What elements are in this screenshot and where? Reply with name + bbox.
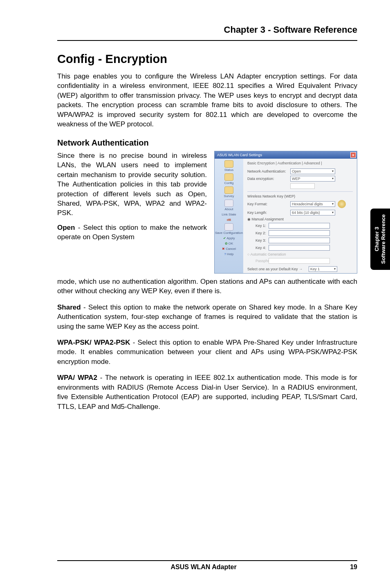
tab-row[interactable]: Basic Encryption | Authentication | Adva… — [247, 161, 353, 165]
thumb-line1: Chapter 3 — [374, 214, 380, 264]
window-title: ASUS WLAN Card Settings — [217, 153, 262, 157]
chevron-down-icon: ▾ — [332, 211, 334, 214]
sidebar-item-survey[interactable]: Survey — [215, 186, 243, 198]
footer-center: ASUS WLAN Adapter — [171, 563, 237, 571]
sidebar-item-config[interactable]: Config — [215, 173, 243, 185]
defaultkey-select[interactable]: Key 1▾ — [309, 266, 337, 272]
passphrase-input — [269, 258, 330, 264]
wpa-text: - The network is operating in IEEE 802.1… — [57, 374, 357, 410]
wpa-lead: WPA/ WPA2 — [57, 374, 97, 382]
thumb-tab: Chapter 3 Software Reference — [370, 209, 390, 270]
key3-input[interactable] — [269, 238, 330, 243]
page-number: 19 — [350, 563, 357, 571]
window-titlebar: ASUS WLAN Card Settings × — [215, 151, 357, 159]
key2-label: Key 2: — [247, 231, 269, 235]
section-title: Config - Encryption — [57, 52, 357, 66]
key4-label: Key 4: — [247, 246, 269, 250]
chevron-down-icon: ▾ — [332, 177, 334, 180]
intro-paragraph: This page enables you to configure the W… — [57, 72, 357, 129]
sidebar-item-saveconfig[interactable]: Save Configuration — [215, 223, 243, 235]
key3-label: Key 3: — [247, 238, 269, 242]
chevron-down-icon: ▾ — [332, 202, 334, 206]
key1-input[interactable] — [269, 223, 330, 229]
open-lead: Open — [57, 224, 75, 231]
netauth-label: Network Authentication: — [247, 169, 290, 173]
shared-text: - Select this option to make the network… — [57, 303, 357, 330]
passphrase-label: Passphrase: — [247, 259, 269, 263]
autogen-radio[interactable]: Automatic Generation — [247, 252, 353, 256]
keylen-select[interactable]: 64 bits (10 digits)▾ — [290, 210, 335, 215]
wpapsk-lead: WPA-PSK/ WPA2-PSK — [57, 339, 130, 346]
sidebar-item-help[interactable]: ? Help — [215, 252, 243, 256]
sidebar-item-linkstate[interactable]: Link State — [215, 213, 243, 216]
chevron-down-icon: ▾ — [332, 169, 334, 173]
sidebar-item-signal: dB — [215, 218, 243, 222]
sidebar-item-apply[interactable]: ✔ Apply — [215, 236, 243, 240]
key2-input[interactable] — [269, 230, 330, 236]
defaultkey-label: Select one as your Default Key → — [247, 267, 309, 271]
netauth-select[interactable]: Open▾ — [290, 168, 335, 174]
key1-label: Key 1: — [247, 224, 269, 228]
manual-radio[interactable]: Manual Assignment — [247, 217, 353, 221]
keyformat-label: Key Format: — [247, 202, 290, 206]
settings-window: ASUS WLAN Card Settings × Status Config … — [214, 151, 357, 274]
open-text: - Select this option to make the network… — [57, 224, 207, 241]
netauth-para: Since there is no precise bound in wirel… — [57, 151, 207, 218]
keylen-label: Key Length: — [247, 211, 290, 215]
close-icon[interactable]: × — [350, 152, 356, 158]
sidebar-item-about[interactable]: About — [215, 200, 243, 211]
globe-icon[interactable] — [338, 200, 346, 208]
window-sidebar: Status Config Survey About Link State dB… — [215, 159, 243, 274]
netauth-heading: Network Authentication — [57, 138, 357, 148]
open-continuation: mode, which use no authentication algori… — [57, 277, 357, 296]
sidebar-item-status[interactable]: Status — [215, 160, 243, 172]
wnk-heading: Wireless Network Key (WEP) — [247, 194, 353, 198]
thumb-line2: Software Reference — [380, 214, 387, 264]
keyformat-select[interactable]: Hexadecimal digits▾ — [290, 201, 335, 207]
dataenc-label: Data encryption: — [247, 177, 290, 181]
sidebar-item-cancel[interactable]: ✖ Cancel — [215, 247, 243, 251]
key4-input[interactable] — [269, 245, 330, 251]
page-footer: ASUS WLAN Adapter 19 — [57, 560, 357, 571]
shared-lead: Shared — [57, 303, 81, 311]
chevron-down-icon: ▾ — [334, 267, 336, 271]
sidebar-item-ok[interactable]: ✿ OK — [215, 242, 243, 245]
chapter-header: Chapter 3 - Software Reference — [57, 25, 357, 41]
dataenc-select[interactable]: WEP▾ — [290, 176, 335, 182]
